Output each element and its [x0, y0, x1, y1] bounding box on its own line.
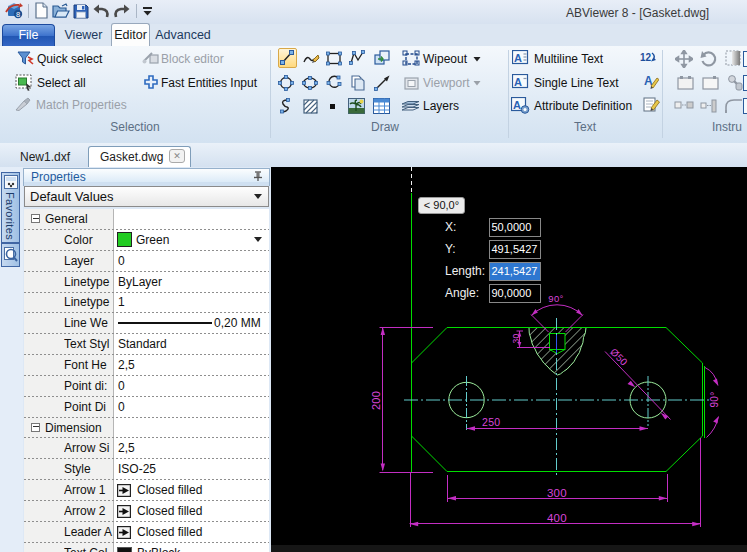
svg-text:30: 30 — [511, 334, 521, 344]
svg-text:8: 8 — [16, 10, 20, 19]
svg-text:Ø50: Ø50 — [608, 346, 630, 368]
svg-text:A: A — [514, 76, 522, 88]
svg-text:A: A — [513, 99, 521, 111]
svg-text:90°: 90° — [709, 391, 720, 407]
svg-text:90°: 90° — [548, 293, 563, 304]
svg-text:250: 250 — [482, 416, 500, 428]
svg-text:400: 400 — [547, 512, 567, 524]
svg-text:A: A — [514, 52, 522, 64]
svg-text:300: 300 — [547, 487, 567, 499]
svg-text:12: 12 — [640, 52, 652, 63]
svg-text:200: 200 — [370, 391, 382, 410]
